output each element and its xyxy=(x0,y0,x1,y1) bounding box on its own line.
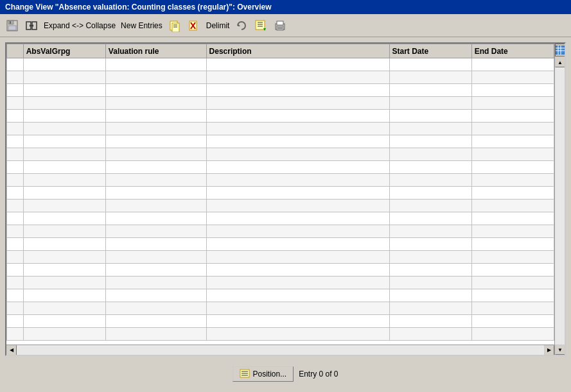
start-date-cell[interactable] xyxy=(389,148,471,161)
description-cell[interactable] xyxy=(206,212,389,225)
end-date-cell[interactable] xyxy=(471,200,554,212)
description-cell[interactable] xyxy=(206,225,389,238)
description-cell[interactable] xyxy=(206,135,389,148)
end-date-cell[interactable] xyxy=(471,110,554,123)
valuation-rule-cell[interactable] xyxy=(105,187,206,200)
scroll-right-button[interactable]: ▶ xyxy=(544,345,554,355)
description-cell[interactable] xyxy=(206,148,389,161)
end-date-cell[interactable] xyxy=(471,315,554,328)
valuation-rule-cell[interactable] xyxy=(105,289,206,302)
table-row[interactable] xyxy=(7,315,554,328)
abs-val-grpg-cell[interactable] xyxy=(23,161,105,174)
description-cell[interactable] xyxy=(206,174,389,187)
description-cell[interactable] xyxy=(206,289,389,302)
abs-val-grpg-cell[interactable] xyxy=(23,238,105,251)
delete-row-button[interactable] xyxy=(186,18,202,33)
valuation-rule-cell[interactable] xyxy=(105,328,206,341)
valuation-rule-cell[interactable] xyxy=(105,148,206,161)
abs-val-grpg-cell[interactable] xyxy=(23,302,105,315)
end-date-cell[interactable] xyxy=(471,58,554,71)
valuation-rule-cell[interactable] xyxy=(105,264,206,277)
vscroll-track[interactable] xyxy=(555,67,565,345)
start-date-cell[interactable] xyxy=(389,264,471,277)
hscroll-track[interactable] xyxy=(17,345,544,355)
abs-val-grpg-cell[interactable] xyxy=(23,251,105,264)
abs-val-grpg-cell[interactable] xyxy=(23,174,105,187)
description-cell[interactable] xyxy=(206,161,389,174)
end-date-cell[interactable] xyxy=(471,277,554,289)
table-row[interactable] xyxy=(7,212,554,225)
valuation-rule-cell[interactable] xyxy=(105,251,206,264)
end-date-cell[interactable] xyxy=(471,148,554,161)
table-row[interactable] xyxy=(7,97,554,110)
column-config-button[interactable] xyxy=(555,44,565,56)
abs-val-grpg-cell[interactable] xyxy=(23,212,105,225)
start-date-cell[interactable] xyxy=(389,212,471,225)
abs-val-grpg-cell[interactable] xyxy=(23,225,105,238)
end-date-cell[interactable] xyxy=(471,174,554,187)
description-cell[interactable] xyxy=(206,251,389,264)
table-row[interactable] xyxy=(7,84,554,97)
table-row[interactable] xyxy=(7,161,554,174)
start-date-cell[interactable] xyxy=(389,238,471,251)
end-date-cell[interactable] xyxy=(471,302,554,315)
description-cell[interactable] xyxy=(206,97,389,110)
new-entries-label[interactable]: New Entries xyxy=(119,21,164,30)
abs-val-grpg-cell[interactable] xyxy=(23,97,105,110)
export-button[interactable] xyxy=(252,18,269,33)
description-cell[interactable] xyxy=(206,264,389,277)
valuation-rule-cell[interactable] xyxy=(105,97,206,110)
valuation-rule-cell[interactable] xyxy=(105,315,206,328)
end-date-cell[interactable] xyxy=(471,135,554,148)
start-date-cell[interactable] xyxy=(389,174,471,187)
table-row[interactable] xyxy=(7,148,554,161)
scroll-down-button[interactable]: ▼ xyxy=(555,345,565,355)
description-cell[interactable] xyxy=(206,200,389,212)
valuation-rule-cell[interactable] xyxy=(105,277,206,289)
valuation-rule-cell[interactable] xyxy=(105,161,206,174)
valuation-rule-cell[interactable] xyxy=(105,84,206,97)
end-date-cell[interactable] xyxy=(471,212,554,225)
start-date-cell[interactable] xyxy=(389,328,471,341)
abs-val-grpg-cell[interactable] xyxy=(23,289,105,302)
table-row[interactable] xyxy=(7,264,554,277)
description-cell[interactable] xyxy=(206,328,389,341)
table-row[interactable] xyxy=(7,238,554,251)
start-date-cell[interactable] xyxy=(389,161,471,174)
description-cell[interactable] xyxy=(206,315,389,328)
abs-val-grpg-cell[interactable] xyxy=(23,84,105,97)
start-date-cell[interactable] xyxy=(389,97,471,110)
end-date-cell[interactable] xyxy=(471,328,554,341)
description-cell[interactable] xyxy=(206,277,389,289)
table-row[interactable] xyxy=(7,110,554,123)
valuation-rule-cell[interactable] xyxy=(105,71,206,84)
start-date-cell[interactable] xyxy=(389,302,471,315)
abs-val-grpg-cell[interactable] xyxy=(23,200,105,212)
abs-val-grpg-cell[interactable] xyxy=(23,187,105,200)
table-row[interactable] xyxy=(7,251,554,264)
scroll-left-button[interactable]: ◀ xyxy=(6,345,17,355)
start-date-cell[interactable] xyxy=(389,84,471,97)
end-date-cell[interactable] xyxy=(471,123,554,135)
end-date-cell[interactable] xyxy=(471,97,554,110)
table-row[interactable] xyxy=(7,277,554,289)
abs-val-grpg-cell[interactable] xyxy=(23,110,105,123)
end-date-cell[interactable] xyxy=(471,238,554,251)
table-row[interactable] xyxy=(7,174,554,187)
start-date-cell[interactable] xyxy=(389,187,471,200)
valuation-rule-cell[interactable] xyxy=(105,212,206,225)
start-date-cell[interactable] xyxy=(389,123,471,135)
end-date-cell[interactable] xyxy=(471,187,554,200)
description-cell[interactable] xyxy=(206,302,389,315)
start-date-cell[interactable] xyxy=(389,251,471,264)
table-row[interactable] xyxy=(7,71,554,84)
abs-val-grpg-cell[interactable] xyxy=(23,71,105,84)
abs-val-grpg-cell[interactable] xyxy=(23,148,105,161)
description-cell[interactable] xyxy=(206,58,389,71)
valuation-rule-cell[interactable] xyxy=(105,58,206,71)
table-row[interactable] xyxy=(7,123,554,135)
position-button[interactable]: Position... xyxy=(233,366,294,382)
abs-val-grpg-cell[interactable] xyxy=(23,264,105,277)
end-date-cell[interactable] xyxy=(471,289,554,302)
description-cell[interactable] xyxy=(206,238,389,251)
